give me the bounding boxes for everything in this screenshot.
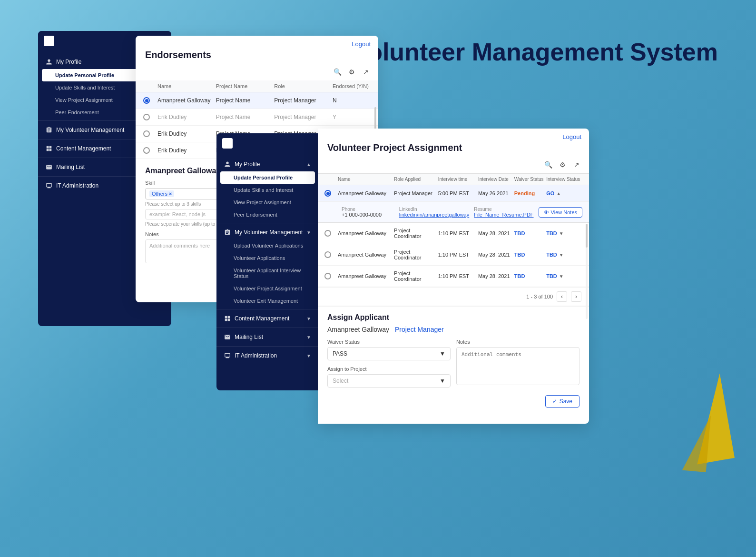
sidebar-label-content-mgmt: Content Management (56, 145, 111, 152)
vpa-radio-1[interactable] (324, 190, 331, 197)
vpa-table-row[interactable]: Amanpreet Galloway Project Coordinator 1… (318, 266, 589, 287)
pagination-prev[interactable]: ‹ (557, 291, 567, 302)
vpa-cell-time-2: 1:10 PM EST (438, 230, 478, 236)
skill-tag-remove[interactable]: × (169, 191, 172, 197)
vpa-radio-2[interactable] (324, 230, 331, 237)
resume-link[interactable]: File_Name_Resume.PDF (474, 212, 533, 218)
cell-name-4: Erik Dudley (157, 147, 216, 154)
logout-link-2[interactable]: Logout (562, 133, 581, 140)
share-icon-1[interactable]: ↗ (361, 67, 371, 77)
vpa-radio-3[interactable] (324, 251, 331, 258)
col-project: Project Name (216, 83, 275, 89)
vpa-col-waiver: Waiver Status (514, 177, 546, 182)
assign-section: Assign Applicant Amanpreet Galloway Proj… (318, 306, 589, 414)
cell-role-2: Project Manager (274, 114, 333, 120)
sidebar2-item-it-admin[interactable]: IT Administration ▼ (216, 348, 319, 363)
sidebar2-item-update-profile[interactable]: Update Personal Profile (220, 171, 315, 184)
sidebar2-item-content-mgmt[interactable]: Content Management ▼ (216, 311, 319, 326)
sidebar2-item-project-assignment[interactable]: Volunteer Project Assignment (216, 282, 319, 295)
cell-project-1: Project Name (216, 97, 275, 104)
sidebar2-item-interview-status[interactable]: Volunteer Applicant Interview Status (216, 264, 319, 282)
col-endorsed: Endorsed (Y/N) (333, 83, 371, 89)
mail-icon-2 (224, 334, 231, 340)
select-chevron-2: ▼ (440, 378, 445, 384)
nav-2: My Profile ▲ Update Personal Profile Upd… (216, 153, 319, 367)
eye-icon: 👁 (544, 209, 549, 215)
logout-link-1[interactable]: Logout (352, 40, 371, 48)
cell-project-2: Project Name (216, 114, 275, 120)
expanded-phone: Phone +1 000-000-0000 (342, 207, 394, 218)
radio-row-3[interactable] (143, 130, 150, 137)
sidebar2-item-upload[interactable]: Upload Volunteer Applications (216, 239, 319, 252)
sidebar2-item-exit-mgmt[interactable]: Volunteer Exit Management (216, 295, 319, 307)
table-row[interactable]: Erik Dudley Project Name Project Manager… (136, 109, 378, 126)
sidebar-header-2 (216, 133, 319, 153)
endorsements-topbar: Logout (136, 36, 378, 50)
sidebar2-item-applications[interactable]: Volunteer Applications (216, 252, 319, 264)
sidebar-panel-2: My Profile ▲ Update Personal Profile Upd… (216, 133, 319, 390)
vpa-status-1: GO (546, 190, 554, 196)
waiver-select[interactable]: PASS ▼ (327, 347, 451, 360)
cell-endorsed-2: Y (333, 114, 371, 120)
search-icon-1[interactable]: 🔍 (333, 67, 342, 77)
vpa-waiver-1: Pending (514, 190, 546, 196)
sidebar2-item-view-assignment[interactable]: View Project Assignment (216, 196, 319, 209)
vpa-table-row[interactable]: Amanpreet Galloway Project Coordinator 1… (318, 223, 589, 244)
chevron-down-row-2[interactable]: ▼ (559, 231, 564, 236)
linkedin-link[interactable]: linkedin/in/amanpreetgalloway (399, 212, 469, 218)
search-icon-2[interactable]: 🔍 (543, 160, 553, 169)
assign-title: Assign Applicant (327, 313, 579, 322)
assign-name: Amanpreet Galloway (327, 326, 389, 333)
logo-1 (44, 36, 54, 46)
assign-project-select[interactable]: Select ▼ (327, 374, 451, 388)
vpa-table-row[interactable]: Amanpreet Galloway Project Coordinator 1… (318, 244, 589, 266)
assign-project-label: Assign to Project (327, 366, 451, 372)
page-title: Volunteer Management System (353, 38, 718, 67)
person-icon (46, 59, 52, 65)
radio-row-1[interactable] (143, 97, 150, 104)
vpa-status-4: TBD (546, 273, 557, 279)
chevron-down-row-4[interactable]: ▼ (559, 274, 564, 279)
scrollbar-2[interactable] (586, 224, 588, 319)
vpa-panel: Logout Volunteer Project Assignment 🔍 ⚙ … (318, 129, 589, 424)
save-button[interactable]: ✓ Save (545, 395, 579, 408)
chevron-up-row-1[interactable]: ▲ (556, 191, 561, 196)
vpa-table-row[interactable]: Amanpreet Galloway Project Manager 5:00 … (318, 185, 589, 202)
vpa-cell-time-3: 1:10 PM EST (438, 252, 478, 258)
vpa-cell-role-2: Project Coordinator (394, 228, 438, 239)
chevron-down-row-3[interactable]: ▼ (559, 252, 564, 258)
vpa-waiver-3: TBD (514, 252, 546, 258)
cell-endorsed-1: N (333, 97, 371, 104)
radio-row-4[interactable] (143, 147, 150, 154)
sidebar2-item-volunteer-mgmt[interactable]: My Volunteer Management ▼ (216, 225, 319, 239)
expanded-linkedin: LinkedIn linkedin/in/amanpreetgalloway (399, 207, 469, 218)
vpa-col-role: Role Applied (394, 177, 438, 182)
pagination: 1 - 3 of 100 ‹ › (318, 287, 589, 306)
vpa-radio-4[interactable] (324, 273, 331, 279)
sidebar2-item-update-skills[interactable]: Update Skills and Interest (216, 184, 319, 196)
logo-2 (222, 138, 233, 149)
filter-icon-1[interactable]: ⚙ (347, 67, 356, 77)
expanded-resume: Resume File_Name_Resume.PDF (474, 207, 533, 218)
chevron-down-icon-8: ▼ (306, 353, 311, 358)
sidebar-label-mailing: Mailing List (56, 164, 85, 170)
sidebar2-item-peer-endorsement[interactable]: Peer Endorsement (216, 209, 319, 221)
filter-icon-2[interactable]: ⚙ (558, 160, 567, 169)
vpa-col-status: Interview Status (546, 177, 582, 182)
radio-row-2[interactable] (143, 114, 150, 120)
view-notes-button[interactable]: 👁 View Notes (539, 207, 582, 218)
pagination-next[interactable]: › (571, 291, 581, 302)
table-row[interactable]: Amanpreet Galloway Project Name Project … (136, 92, 378, 109)
chevron-up-icon-2: ▲ (306, 162, 311, 167)
vpa-cell-date-2: May 28, 2021 (478, 230, 514, 236)
pagination-info: 1 - 3 of 100 (526, 294, 553, 299)
mail-icon (46, 164, 52, 170)
notes-field[interactable] (456, 347, 579, 385)
check-icon: ✓ (552, 398, 557, 405)
endorsements-title: Endorsements (136, 50, 378, 65)
vpa-status-3: TBD (546, 252, 557, 258)
vpa-cell-role-4: Project Coordinator (394, 270, 438, 282)
sidebar2-item-my-profile[interactable]: My Profile ▲ (216, 157, 319, 171)
sidebar2-item-mailing[interactable]: Mailing List ▼ (216, 330, 319, 344)
share-icon-2[interactable]: ↗ (572, 160, 581, 169)
